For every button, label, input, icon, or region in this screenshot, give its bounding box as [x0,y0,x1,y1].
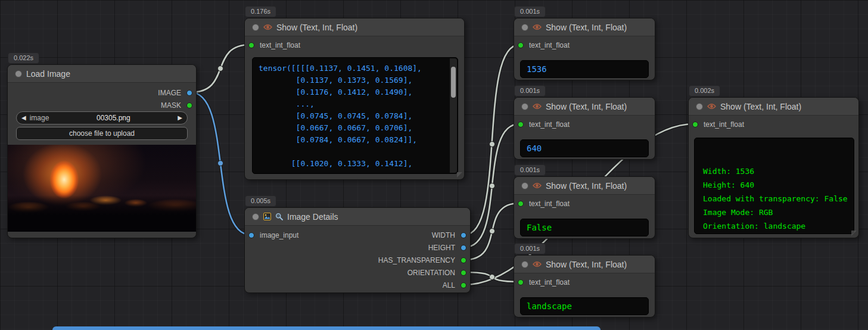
collapse-toggle-icon[interactable] [696,103,703,110]
slot-label: IMAGE [158,89,181,97]
slot-label: MASK [161,101,181,110]
image-combo-widget[interactable]: ◀ image 00305.png ▶ [16,111,188,124]
resize-handle[interactable] [851,231,857,236]
node-header[interactable]: Load Image [8,65,196,83]
node-title: Show (Text, Int, Float) [546,98,627,116]
node-show-orientation[interactable]: 0.001s Show (Text, Int, Float) text_int_… [514,255,655,317]
node-title: Show (Text, Int, Float) [546,177,627,195]
input-dot-text-int-float[interactable] [518,279,524,285]
offscreen-node-top-edge[interactable] [52,326,601,330]
scrollbar-thumb[interactable] [451,67,456,98]
input-dot-image-input[interactable] [248,232,254,238]
slot-label: HEIGHT [428,244,455,252]
output-slot-mask[interactable]: MASK [161,99,192,111]
collapse-toggle-icon[interactable] [15,70,22,77]
node-graph-canvas[interactable]: 0.022s Load Image IMAGE MASK ◀ image 003… [0,0,868,330]
collapse-toggle-icon[interactable] [521,103,528,110]
combo-prev-arrow-icon[interactable]: ◀ [21,115,26,121]
text-display-widget[interactable]: False [520,219,649,236]
output-slot-image[interactable]: IMAGE [158,87,192,99]
execution-time-badge: 0.005s [245,195,276,207]
slot-label: ALL [443,281,455,289]
height-value: 640 [527,144,542,153]
input-slot-text-int-float[interactable]: text_int_float [518,276,570,288]
input-slot-text-int-float[interactable]: text_int_float [518,119,570,130]
node-image-details[interactable]: 0.005s Image Details image_input WIDTH H… [244,207,471,293]
output-slot-all[interactable]: ALL [443,279,466,291]
combo-next-arrow-icon[interactable]: ▶ [178,115,182,121]
output-slot-orientation[interactable]: ORIENTATION [407,267,466,279]
tensor-text-value: tensor([[[[0.1137, 0.1451, 0.1608], [0.1… [259,64,422,168]
eye-icon [533,103,542,110]
node-load-image[interactable]: 0.022s Load Image IMAGE MASK ◀ image 003… [7,64,197,238]
slot-label: ORIENTATION [407,269,455,277]
output-dot-all[interactable] [461,282,466,288]
node-title: Show (Text, Int, Float) [546,256,627,273]
output-dot-width[interactable] [461,232,466,238]
node-show-tensor[interactable]: 0.176s Show (Text, Int, Float) text_int_… [244,18,465,180]
output-dot-height[interactable] [461,245,466,251]
execution-time-badge: 0.002s [689,85,720,96]
node-header[interactable]: Show (Text, Int, Float) [514,18,655,36]
output-dot-orientation[interactable] [461,270,466,276]
node-header[interactable]: Show (Text, Int, Float) [689,98,858,116]
node-header[interactable]: Show (Text, Int, Float) [245,18,464,36]
input-dot-text-int-float[interactable] [518,201,524,207]
scrollbar-track[interactable] [450,58,457,173]
input-dot-text-int-float[interactable] [518,42,524,48]
choose-file-button[interactable]: choose file to upload [16,127,188,140]
slot-label: HAS_TRANSPARENCY [378,256,455,264]
combo-value[interactable]: 00305.png [49,114,178,122]
eye-icon [533,24,542,30]
output-slot-has-transparency[interactable]: HAS_TRANSPARENCY [378,254,466,266]
collapse-toggle-icon[interactable] [252,213,259,220]
picture-icon [263,213,271,220]
input-slot-text-int-float[interactable]: text_int_float [692,119,744,130]
slot-label: text_int_float [704,120,744,129]
node-header[interactable]: Image Details [245,208,470,226]
orientation-value: landscape [527,301,572,311]
combo-name: image [30,114,49,122]
node-title: Show (Text, Int, Float) [720,98,801,116]
text-display-widget[interactable]: 1536 [520,60,649,78]
eye-icon [707,103,716,110]
input-dot-text-int-float[interactable] [248,42,254,48]
magnifier-icon [275,213,283,220]
output-dot-has-transparency[interactable] [461,257,466,263]
text-display-widget[interactable]: landscape [520,297,649,315]
input-slot-image-input[interactable]: image_input [248,229,298,241]
collapse-toggle-icon[interactable] [521,182,528,189]
width-value: 1536 [527,64,547,74]
node-header[interactable]: Show (Text, Int, Float) [514,256,655,273]
image-preview[interactable] [8,145,196,232]
slot-label: text_int_float [529,278,570,287]
node-header[interactable]: Show (Text, Int, Float) [514,177,655,195]
node-header[interactable]: Show (Text, Int, Float) [514,98,655,116]
node-show-all[interactable]: 0.002s Show (Text, Int, Float) text_int_… [688,97,859,238]
text-display-widget[interactable]: tensor([[[[0.1137, 0.1451, 0.1608], [0.1… [252,57,458,174]
node-show-width[interactable]: 0.001s Show (Text, Int, Float) text_int_… [514,18,655,80]
input-dot-text-int-float[interactable] [518,122,524,127]
input-slot-text-int-float[interactable]: text_int_float [248,39,300,51]
output-dot-image[interactable] [186,90,192,96]
node-show-transparency[interactable]: 0.001s Show (Text, Int, Float) text_int_… [514,176,655,239]
slot-label: text_int_float [529,120,570,129]
output-slot-width[interactable]: WIDTH [432,229,466,241]
input-slot-text-int-float[interactable]: text_int_float [518,198,570,210]
input-dot-text-int-float[interactable] [692,122,698,127]
output-dot-mask[interactable] [186,102,192,108]
output-slot-height[interactable]: HEIGHT [428,242,466,254]
node-show-height[interactable]: 0.001s Show (Text, Int, Float) text_int_… [514,97,655,160]
text-display-widget[interactable]: Width: 1536 Height: 640 Loaded with tran… [694,138,854,234]
collapse-toggle-icon[interactable] [252,24,259,31]
execution-time-badge: 0.001s [514,243,546,254]
eye-icon [533,261,542,267]
input-slot-text-int-float[interactable]: text_int_float [518,39,570,51]
collapse-toggle-icon[interactable] [521,261,528,268]
execution-time-badge: 0.001s [514,85,546,96]
collapse-toggle-icon[interactable] [521,24,528,31]
text-display-widget[interactable]: 640 [520,139,649,157]
resize-handle[interactable] [457,172,462,178]
execution-time-badge: 0.176s [245,6,276,17]
eye-icon [263,24,272,30]
